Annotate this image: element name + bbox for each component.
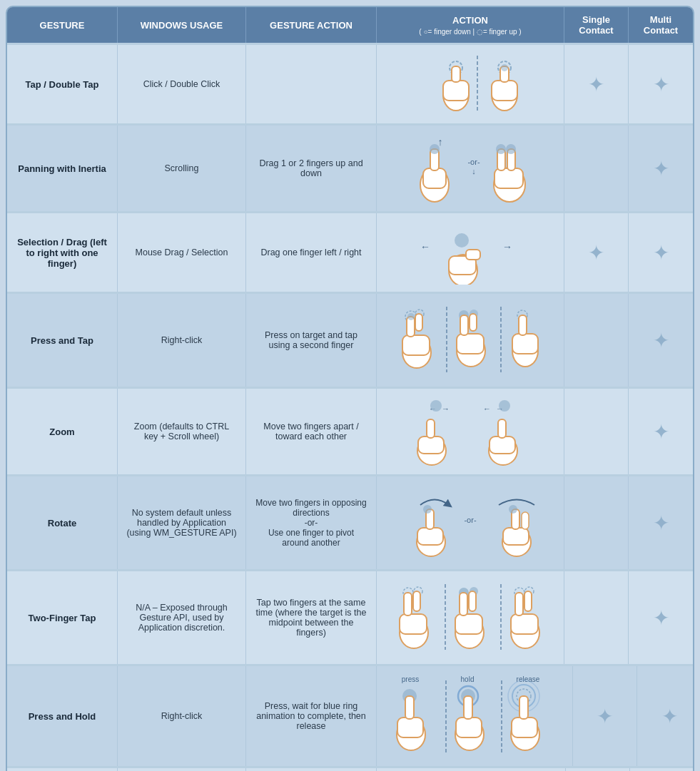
svg-rect-41 — [457, 334, 484, 354]
multi-contact-two-finger-tap: ✦ — [629, 571, 693, 664]
svg-rect-82 — [460, 593, 467, 616]
windows-usage-rotate: No system default unless handled by Appl… — [118, 476, 246, 569]
svg-rect-43 — [470, 314, 477, 331]
multi-contact-rotate: ✦ — [629, 476, 693, 569]
svg-rect-109 — [512, 718, 537, 737]
svg-text:release: release — [517, 675, 540, 683]
action-img-tap — [377, 45, 564, 123]
svg-rect-81 — [455, 614, 482, 634]
multi-contact-panning: ✦ — [629, 126, 693, 211]
svg-text:↓: ↓ — [472, 167, 476, 175]
svg-text:-or-: -or- — [464, 516, 476, 524]
gesture-name-tap: Tap / Double Tap — [7, 45, 118, 123]
star-icon-panning-multi: ✦ — [653, 157, 669, 180]
multi-contact-selection: ✦ — [629, 213, 693, 292]
svg-point-22 — [496, 144, 506, 154]
multi-contact-flicks: ✦ — [630, 768, 694, 771]
star-icon-two-finger-tap-multi: ✦ — [653, 606, 669, 630]
svg-point-9 — [501, 64, 508, 71]
svg-rect-3 — [452, 66, 460, 82]
header-action: ACTION ( ○= finger down | ◌= finger up ) — [377, 7, 564, 43]
windows-usage-zoom: Zoom (defaults to CTRL key + Scroll whee… — [118, 389, 246, 474]
rotate-svg: -or- — [392, 484, 549, 562]
gesture-table: GESTURE WINDOWS USAGE GESTURE ACTION ACT… — [6, 6, 694, 771]
multi-contact-press-hold: ✦ — [637, 666, 694, 766]
action-img-press-hold: press hold release — [377, 666, 573, 766]
svg-rect-67 — [503, 528, 529, 545]
single-contact-rotate — [564, 476, 629, 569]
zoom-svg: ← → ← → — [399, 396, 542, 467]
action-img-rotate: -or- — [377, 476, 564, 569]
gesture-action-rotate: Move two fingers in opposing directions … — [246, 476, 377, 569]
row-flicks: Flicks Default: Pan up/ Pan Down/ Back, … — [7, 766, 693, 771]
svg-point-69 — [509, 505, 517, 514]
panning-svg: ↑ ↓ -or- ↓ — [392, 133, 549, 204]
row-two-finger-tap: Two-Finger Tap N/A – Exposed through Ges… — [7, 569, 693, 664]
gesture-action-selection: Drag one finger left / right — [246, 213, 377, 292]
gesture-action-two-finger-tap: Tap two fingers at the same time (where … — [246, 571, 377, 664]
windows-usage-selection: Mouse Drag / Selection — [118, 213, 246, 292]
svg-point-54 — [499, 400, 510, 412]
star-icon-zoom-multi: ✦ — [653, 420, 669, 444]
star-icon-rotate-multi: ✦ — [653, 511, 669, 535]
gesture-action-press-hold: Press, wait for blue ring animation to c… — [246, 666, 377, 766]
svg-rect-33 — [402, 335, 430, 355]
windows-usage-press-hold: Right-click — [118, 666, 246, 766]
multi-contact-zoom: ✦ — [629, 389, 693, 474]
star-icon-tap-single: ✦ — [588, 73, 604, 96]
action-img-press-tap — [377, 294, 564, 387]
row-rotate: Rotate No system default unless handled … — [7, 474, 693, 569]
svg-rect-90 — [524, 591, 532, 611]
svg-rect-96 — [397, 718, 423, 737]
tap-svg — [406, 52, 534, 116]
gesture-name-press-tap: Press and Tap — [7, 294, 118, 387]
row-press-hold: Press and Hold Right-click Press, wait f… — [7, 664, 693, 766]
press-tap-svg — [388, 301, 552, 379]
gesture-action-panning: Drag 1 or 2 fingers up and down — [246, 126, 377, 211]
windows-usage-two-finger-tap: N/A – Exposed through Gesture API, used … — [118, 571, 246, 664]
gesture-name-rotate: Rotate — [7, 476, 118, 569]
gesture-name-two-finger-tap: Two-Finger Tap — [7, 571, 118, 664]
action-img-two-finger-tap — [377, 571, 564, 664]
svg-rect-88 — [511, 614, 538, 634]
svg-rect-48 — [519, 315, 527, 335]
gesture-action-press-tap: Press on target and tap using a second f… — [246, 294, 377, 387]
header-gesture: GESTURE — [7, 7, 118, 43]
gesture-action-flicks: Make quick drag gestures in the desired … — [246, 768, 377, 771]
svg-text:↑: ↑ — [438, 136, 443, 148]
svg-rect-62 — [417, 528, 443, 545]
header-multi-contact: Multi Contact — [629, 7, 693, 43]
single-contact-panning — [564, 126, 629, 211]
header-gesture-action: GESTURE ACTION — [246, 7, 377, 43]
table-header: GESTURE WINDOWS USAGE GESTURE ACTION ACT… — [7, 7, 693, 43]
windows-usage-tap: Click / Double Click — [118, 45, 246, 123]
svg-text:←: ← — [420, 241, 430, 252]
gesture-name-panning: Panning with Inertia — [7, 126, 118, 211]
svg-rect-76 — [413, 591, 420, 611]
multi-contact-tap: ✦ — [629, 45, 693, 123]
svg-rect-19 — [494, 168, 523, 188]
multi-contact-press-tap: ✦ — [629, 294, 693, 387]
single-contact-two-finger-tap — [564, 571, 629, 664]
svg-rect-29 — [466, 250, 480, 260]
svg-rect-102 — [456, 718, 482, 737]
svg-rect-7 — [492, 81, 517, 101]
svg-point-53 — [430, 400, 442, 412]
star-icon-press-tap-multi: ✦ — [653, 329, 669, 352]
svg-rect-97 — [405, 696, 414, 719]
action-img-zoom: ← → ← → — [377, 389, 564, 474]
svg-text:→: → — [442, 404, 450, 413]
svg-rect-56 — [418, 436, 444, 454]
row-tap-double-tap: Tap / Double Tap Click / Double Click — [7, 43, 693, 123]
svg-rect-47 — [512, 334, 538, 354]
gesture-name-press-hold: Press and Hold — [7, 666, 118, 766]
star-icon-tap-multi: ✦ — [653, 73, 669, 96]
svg-rect-59 — [490, 436, 515, 454]
svg-point-23 — [506, 144, 516, 154]
svg-text:-or-: -or- — [467, 158, 480, 166]
svg-text:press: press — [402, 675, 419, 683]
gesture-action-zoom: Move two fingers apart / toward each oth… — [246, 389, 377, 474]
gesture-action-tap — [246, 45, 377, 123]
svg-rect-110 — [519, 696, 528, 719]
single-contact-press-hold: ✦ — [573, 666, 637, 766]
